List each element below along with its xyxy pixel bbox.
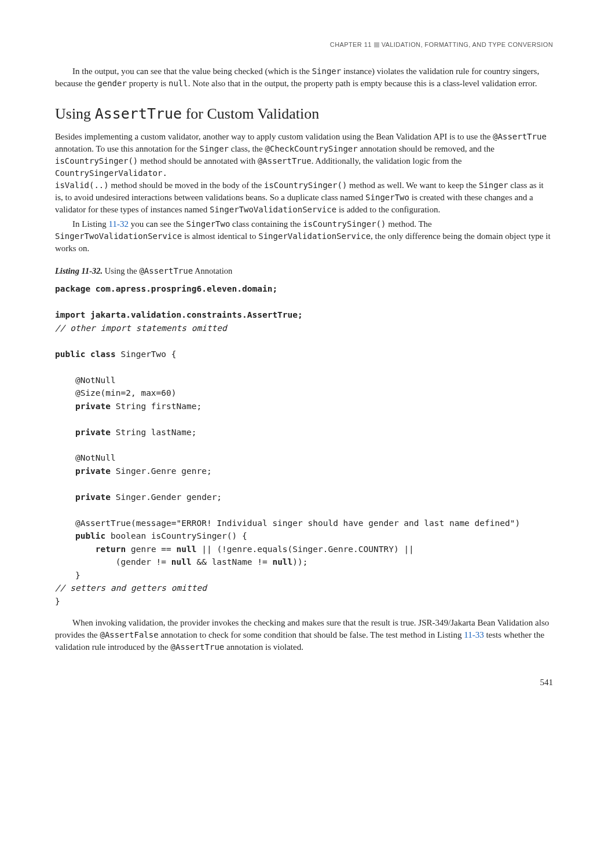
text: you can see the [129,219,186,229]
text: . Additionally, the validation logic fro… [312,156,462,165]
code-line: } [55,597,60,606]
code-inline: isCountrySinger() [264,181,347,190]
code-inline: Singer [312,67,342,76]
code-inline: @AssertTrue [171,642,225,652]
code-inline: SingerTwo [365,193,409,202]
text: annotation. To use this annotation for t… [55,144,199,153]
code-text: boolean isCountrySinger() { [105,531,247,540]
code-text [55,545,96,554]
code-text: Singer.Genre genre; [111,466,212,476]
text: Using the [105,266,140,275]
code-keyword: private [75,428,111,437]
code-inline: isCountrySinger() [303,219,386,229]
text: method should be annotated with [138,156,258,165]
code-text: (gender != [55,557,171,567]
code-line: @Size(min=2, max=60) [55,388,177,398]
code-keyword: return [96,545,126,554]
text: is added to the configuration. [336,205,440,214]
code-comment: // setters and getters omitted [55,583,207,593]
text: class containing the [230,219,303,229]
section-heading: Using AssertTrue for Custom Validation [55,104,553,124]
code-inline: isCountrySinger() [55,156,138,165]
chapter-label: CHAPTER 11 [330,41,372,48]
separator-icon [374,42,379,47]
code-text [55,466,75,476]
code-keyword: null [272,557,292,567]
code-text: Singer.Gender gender; [111,492,222,502]
code-line: @AssertTrue(message="ERROR! Individual s… [55,518,520,528]
code-inline: isValid(..) [55,181,109,190]
code-text: )); [292,557,307,567]
listing-ref-link[interactable]: 11-32 [109,219,129,229]
text: In the output, you can see that the valu… [72,67,312,76]
listing-ref-link[interactable]: 11-33 [464,630,484,639]
code-text: || (!genre.equals(Singer.Genre.COUNTRY) … [196,545,413,554]
chapter-title: VALIDATION, FORMATTING, AND TYPE CONVERS… [382,41,553,48]
code-keyword: private [75,402,111,411]
code-keyword: public [75,531,105,540]
code-comment: // other import statements omitted [55,323,227,333]
code-inline: null [169,79,188,88]
code-text: genre == [126,545,176,554]
code-inline: @AssertTrue [493,132,547,141]
code-keyword: private [75,492,111,502]
code-inline: SingerTwoValidationService [210,205,336,214]
code-inline: @CheckCountrySinger [265,144,358,153]
code-text [55,531,75,540]
code-keyword: private [75,466,111,476]
paragraph: In the output, you can see that the valu… [55,65,553,90]
code-keyword: null [177,545,197,554]
text: Using [55,105,95,122]
code-text: String firstName; [111,402,202,411]
text: Besides implementing a custom validator,… [55,132,493,141]
code-inline: gender [97,79,127,88]
text: . Note also that in the output, the prop… [188,79,537,88]
text: annotation is violated. [224,642,303,652]
paragraph: Besides implementing a custom validator,… [55,131,553,216]
text: property is [127,79,169,88]
text: annotation to check for some condition t… [159,630,464,639]
code-text [55,492,75,502]
text: In Listing [72,219,109,229]
listing-label: Listing 11-32. [55,266,102,275]
text: annotation should be removed, and the [358,144,495,153]
page-number: 541 [55,676,553,689]
code-text: String lastName; [111,428,196,437]
text: is almost identical to [182,231,258,241]
code-inline: SingerValidationService [258,231,371,241]
code-inline: @AssertFalse [100,630,158,639]
code-keyword: null [171,557,192,567]
text: for Custom Validation [182,105,319,122]
code-inline: CountrySingerValidator. [55,168,167,178]
text: class, the [229,144,265,153]
running-header: CHAPTER 11VALIDATION, FORMATTING, AND TY… [55,41,553,49]
code-inline: Singer [479,181,508,190]
code-text [55,428,75,437]
text: method as well. We want to keep the [347,181,479,190]
code-line: @NotNull [55,376,116,385]
code-text [55,402,75,411]
code-line: } [55,571,80,580]
code-line: package com.apress.prospring6.eleven.dom… [55,284,277,293]
paragraph: In Listing 11-32 you can see the SingerT… [55,218,553,255]
text: Annotation [193,266,232,275]
code-text: SingerTwo { [116,350,177,359]
code-inline: @AssertTrue [139,266,193,275]
code-line: @NotNull [55,453,116,462]
code-inline: SingerTwoValidationService [55,231,182,241]
text: method. The [386,219,431,229]
code-inline: Singer [199,144,229,153]
code-inline: @AssertTrue [258,156,312,165]
code-keyword: public class [55,350,116,359]
listing-caption: Listing 11-32. Using the @AssertTrue Ann… [55,265,553,277]
code-inline: SingerTwo [186,219,230,229]
text: method should be moved in the body of th… [109,181,264,190]
code-text: && lastName != [192,557,273,567]
code-line: import jakarta.validation.constraints.As… [55,310,303,319]
code-block: package com.apress.prospring6.eleven.dom… [55,282,553,608]
code-inline: AssertTrue [95,105,182,122]
paragraph: When invoking validation, the provider i… [55,617,553,653]
